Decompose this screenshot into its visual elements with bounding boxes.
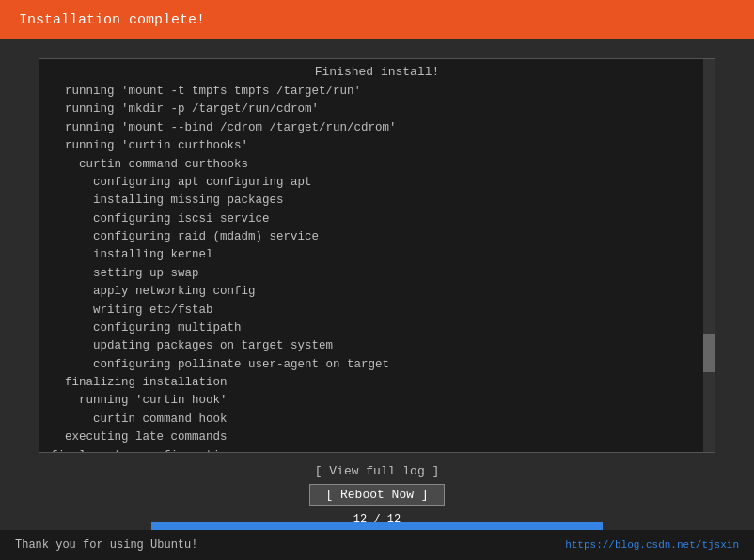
banner-text: Installation complete!	[19, 12, 205, 28]
bottom-bar: Thank you for using Ubuntu! https://blog…	[0, 530, 754, 560]
ubuntu-thank-you: Thank you for using Ubuntu!	[15, 538, 197, 552]
reboot-now-button[interactable]: [ Reboot Now ]	[309, 484, 444, 506]
main-area: Finished install! running 'mount -t tmpf…	[0, 39, 754, 545]
progress-text: 12 / 12	[151, 513, 603, 526]
scrollbar[interactable]	[703, 59, 715, 452]
blog-url: https://blog.csdn.net/tjsxin	[565, 539, 739, 551]
scrollbar-thumb[interactable]	[703, 334, 715, 372]
view-log-button[interactable]: [ View full log ]	[307, 462, 448, 480]
terminal-content: running 'mount -t tmpfs tmpfs /target/ru…	[39, 83, 715, 453]
buttons-area: [ View full log ] [ Reboot Now ]	[307, 462, 448, 506]
installation-banner: Installation complete!	[0, 0, 754, 39]
terminal-title: Finished install!	[39, 65, 715, 79]
terminal-box: Finished install! running 'mount -t tmpf…	[39, 58, 715, 453]
